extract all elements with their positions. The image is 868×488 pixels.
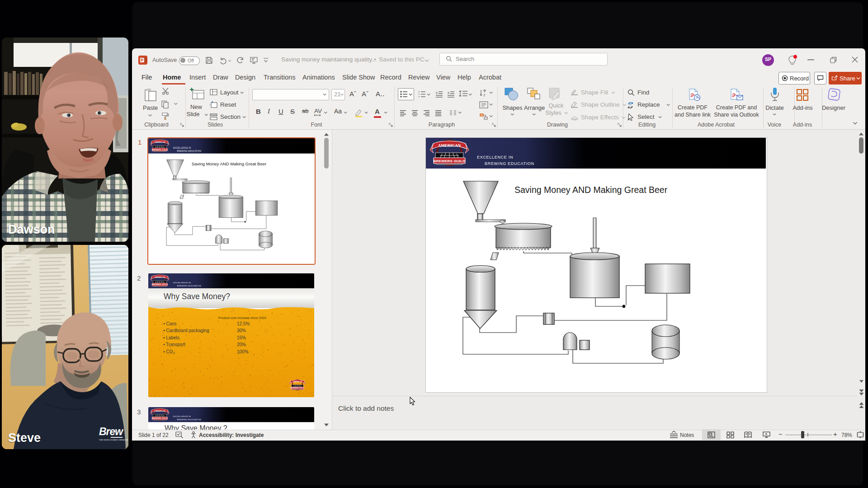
svg-text:• Transport: • Transport [163, 342, 185, 347]
svg-text:15%: 15% [237, 335, 246, 340]
svg-text:Why Save Money?: Why Save Money? [164, 292, 230, 301]
svg-text:• CO: • CO [163, 349, 173, 354]
svg-text:12.5%: 12.5% [237, 321, 250, 326]
svg-text:Why Save Money ?: Why Save Money ? [165, 424, 227, 430]
svg-text:• Cans: • Cans [163, 321, 177, 326]
svg-text:2: 2 [173, 352, 175, 355]
svg-text:c: c [631, 105, 632, 108]
svg-text:THE WORLD'S BEST DRINK BREW SC: THE WORLD'S BEST DRINK BREW SCHOOL [99, 439, 128, 441]
svg-text:20%: 20% [237, 342, 246, 347]
svg-text:Product cost increase since 20: Product cost increase since 2020 [218, 316, 266, 320]
svg-text:100%: 100% [237, 349, 249, 354]
svg-text:Z: Z [483, 93, 486, 97]
svg-text:P: P [141, 57, 144, 62]
svg-text:• Cardboard packaging: • Cardboard packaging [163, 328, 209, 333]
svg-text:• Labels: • Labels [163, 335, 179, 340]
svg-text:30%: 30% [237, 328, 246, 333]
svg-text:Brew: Brew [99, 426, 124, 437]
